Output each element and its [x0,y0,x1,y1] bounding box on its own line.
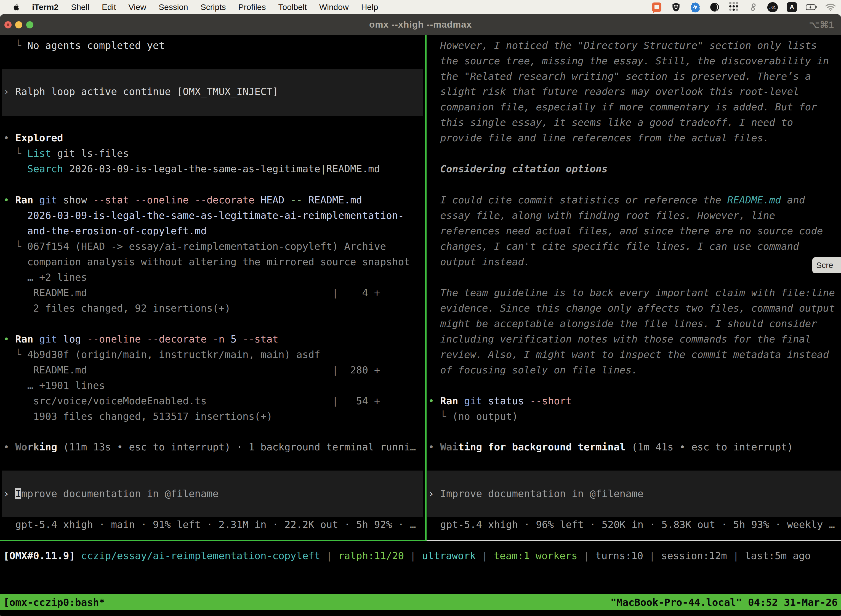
zoom-button[interactable] [26,21,34,28]
menu-item-shell[interactable]: Shell [71,3,89,12]
battery-icon[interactable] [806,1,817,13]
screen-share-pill[interactable]: Scre [812,257,841,273]
window-titlebar: omx --xhigh --madmax ⌥⌘1 [0,14,841,35]
menu-item-toolbelt[interactable]: Toolbelt [278,3,307,12]
gauge-61-icon[interactable]: ..61 [767,1,778,13]
dots-grid-icon[interactable] [728,1,740,13]
menu-item-iterm2[interactable]: iTerm2 [32,3,59,12]
iterm-window: omx --xhigh --madmax ⌥⌘1 └ No agents com… [0,14,841,616]
input-badge-label: A [787,2,797,12]
menu-item-edit[interactable]: Edit [102,3,116,12]
wifi-icon[interactable] [825,1,836,13]
omx-status-area: [OMX#0.11.9] cczip/essay/ai-reimplementa… [0,35,841,616]
gauge-badge-label: ..61 [767,2,778,12]
shield-keypad-icon[interactable] [671,1,681,13]
menu-item-view[interactable]: View [129,3,146,12]
menu-item-help[interactable]: Help [361,3,378,12]
contrast-circle-icon[interactable] [709,1,720,13]
window-shortcut-badge: ⌥⌘1 [809,19,834,30]
pane-divider[interactable] [425,35,426,541]
screen-share-pill-label: Scre [816,261,833,270]
menu-items: iTerm2ShellEditViewSessionScriptsProfile… [32,3,378,12]
close-button[interactable] [4,21,12,28]
input-source-a-icon[interactable]: A [786,1,797,13]
screen-recording-indicator-icon[interactable] [651,1,662,13]
menubar-status-icons: ..61 A [651,1,836,13]
apple-menu-icon[interactable] [12,3,21,12]
squiggle-icon[interactable] [748,1,759,13]
menu-bar: iTerm2ShellEditViewSessionScriptsProfile… [0,0,841,14]
menu-item-scripts[interactable]: Scripts [201,3,226,12]
tmux-status-bar: [omx-cczip0:bash* "MacBook-Pro-44.local"… [0,594,841,610]
menu-item-session[interactable]: Session [159,3,188,12]
tmux-host-clock: "MacBook-Pro-44.local" 04:52 31-Mar-26 [610,597,838,608]
inactive-pane-border [426,540,841,541]
omx-status-line: [OMX#0.11.9] cczip/essay/ai-reimplementa… [3,548,811,563]
minimize-button[interactable] [15,21,22,28]
menu-item-profiles[interactable]: Profiles [238,3,266,12]
terminal-content: └ No agents completed yet› Ralph loop ac… [0,35,841,616]
window-title: omx --xhigh --madmax [369,19,472,30]
tmux-session-label: [omx-cczip0:bash* [3,597,105,608]
menu-item-window[interactable]: Window [319,3,349,12]
active-pane-border [0,540,425,541]
sync-badge-icon[interactable] [690,1,701,13]
